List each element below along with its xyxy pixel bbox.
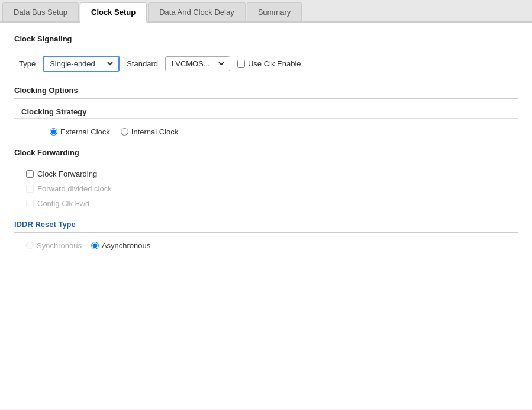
use-clk-enable-checkbox[interactable] — [237, 60, 245, 68]
forward-divided-checkbox[interactable] — [26, 185, 34, 193]
type-select-wrapper[interactable]: Single-ended Differential — [43, 56, 120, 72]
asynchronous-radio[interactable] — [91, 242, 99, 249]
use-clk-enable-label: Use Clk Enable — [248, 59, 301, 68]
clocking-strategy-radio-row: External Clock Internal Clock — [14, 127, 518, 136]
clocking-options-title: Clocking Options — [14, 86, 518, 95]
clock-signaling-title: Clock Signaling — [14, 34, 518, 43]
use-clk-enable-row: Use Clk Enable — [237, 59, 301, 68]
asynchronous-label: Asynchronous — [102, 241, 150, 250]
clock-forwarding-checkbox[interactable] — [26, 170, 34, 178]
clock-forwarding-divider — [14, 161, 518, 161]
clock-signaling-divider — [14, 47, 518, 47]
standard-select-wrapper[interactable]: LVCMOS... LVTTL HSTL — [165, 56, 230, 71]
synchronous-radio[interactable] — [26, 242, 34, 249]
signaling-row: Type Single-ended Differential Standard … — [14, 56, 518, 72]
tab-data-bus-setup[interactable]: Data Bus Setup — [2, 2, 79, 21]
synchronous-label: Synchronous — [37, 241, 82, 250]
type-select[interactable]: Single-ended Differential — [47, 59, 115, 69]
tab-data-and-clock-delay[interactable]: Data And Clock Delay — [148, 2, 245, 21]
internal-clock-label: Internal Clock — [131, 127, 178, 136]
iddr-reset-radio-row: Synchronous Asynchronous — [14, 241, 518, 250]
external-clock-radio[interactable] — [50, 128, 57, 136]
clocking-options-divider — [14, 98, 518, 99]
clocking-strategy-divider — [14, 118, 518, 119]
standard-select[interactable]: LVCMOS... LVTTL HSTL — [169, 59, 226, 69]
main-content: Clock Signaling Type Single-ended Differ… — [0, 23, 532, 409]
external-clock-option[interactable]: External Clock — [50, 127, 110, 136]
tab-clock-setup[interactable]: Clock Setup — [80, 2, 147, 23]
clocking-strategy-title: Clocking Strategy — [14, 107, 518, 116]
forward-divided-checkbox-row: Forward divided clock — [14, 184, 518, 193]
config-clk-fwd-label: Config Clk Fwd — [37, 199, 89, 208]
clock-forwarding-title: Clock Forwarding — [14, 148, 518, 157]
standard-label: Standard — [127, 59, 158, 68]
internal-clock-option[interactable]: Internal Clock — [121, 127, 178, 136]
external-clock-label: External Clock — [60, 127, 110, 136]
clock-forwarding-checkbox-row: Clock Forwarding — [14, 169, 518, 178]
forward-divided-label: Forward divided clock — [37, 184, 112, 193]
clock-forwarding-section: Clock Forwarding Clock Forwarding Forwar… — [14, 148, 518, 208]
internal-clock-radio[interactable] — [121, 128, 128, 136]
clock-forwarding-label: Clock Forwarding — [37, 169, 97, 178]
synchronous-option[interactable]: Synchronous — [26, 241, 82, 250]
iddr-reset-divider — [14, 232, 518, 233]
iddr-reset-title: IDDR Reset Type — [14, 220, 518, 229]
tab-bar: Data Bus Setup Clock Setup Data And Cloc… — [0, 0, 532, 23]
config-clk-fwd-checkbox[interactable] — [26, 200, 34, 207]
iddr-reset-section: IDDR Reset Type Synchronous Asynchronous — [14, 220, 518, 250]
clocking-options-section: Clocking Options Clocking Strategy Exter… — [14, 86, 518, 136]
type-label: Type — [19, 59, 36, 68]
tab-summary[interactable]: Summary — [247, 2, 302, 21]
clock-signaling-section: Clock Signaling Type Single-ended Differ… — [14, 34, 518, 72]
asynchronous-option[interactable]: Asynchronous — [91, 241, 150, 250]
config-clk-fwd-checkbox-row: Config Clk Fwd — [14, 199, 518, 208]
